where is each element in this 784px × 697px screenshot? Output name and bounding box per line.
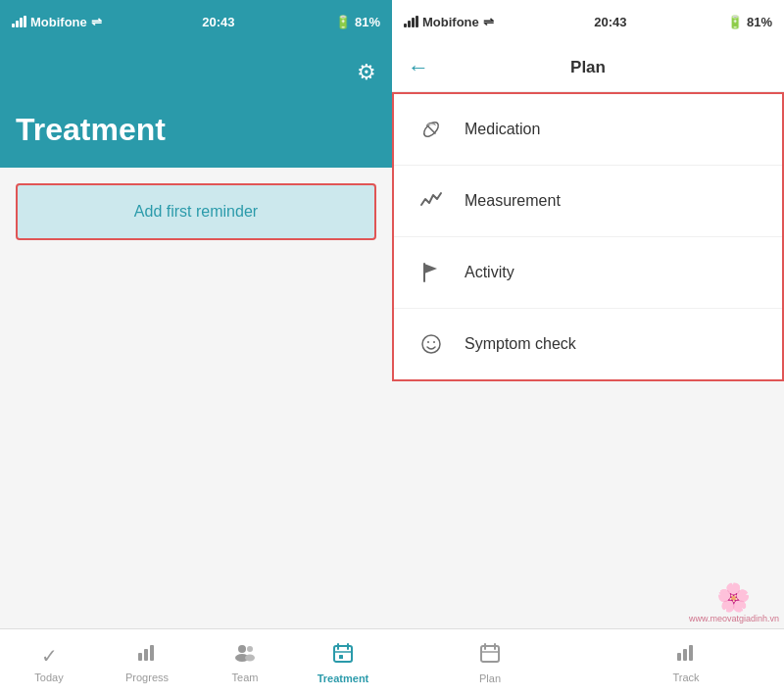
right-bottom-nav: Plan Track <box>392 628 784 697</box>
team-icon <box>234 643 256 668</box>
plan-label: Plan <box>479 672 501 684</box>
today-label: Today <box>34 672 63 683</box>
left-battery: 81% <box>355 15 380 29</box>
svg-rect-24 <box>689 645 693 661</box>
back-button[interactable]: ← <box>408 55 429 80</box>
plan-item-activity[interactable]: Activity <box>394 237 782 309</box>
signal-icon <box>12 16 26 27</box>
watermark: 🌸 www.meovatgiadinh.vn <box>689 581 779 623</box>
nav-today[interactable]: ✓ Today <box>0 644 98 683</box>
nav-progress[interactable]: Progress <box>98 643 196 683</box>
nav-plan[interactable]: Plan <box>392 642 588 684</box>
left-title: Treatment <box>16 112 166 147</box>
svg-rect-2 <box>150 645 154 661</box>
right-battery: 81% <box>747 15 772 29</box>
treatment-label: Treatment <box>318 672 369 684</box>
plan-header-title: Plan <box>570 58 606 77</box>
measurement-icon <box>414 183 449 219</box>
smiley-icon <box>414 326 449 362</box>
svg-rect-11 <box>339 655 343 659</box>
team-label: Team <box>232 672 259 683</box>
progress-icon <box>137 643 157 668</box>
watermark-flower-icon: 🌸 <box>716 581 751 614</box>
left-content: Add first reminder <box>0 168 392 697</box>
svg-rect-0 <box>138 653 142 661</box>
left-time: 20:43 <box>202 15 234 29</box>
svg-line-13 <box>427 125 436 134</box>
left-title-section: Treatment <box>0 102 392 168</box>
right-plan-icon <box>479 642 501 669</box>
svg-rect-18 <box>481 646 499 662</box>
left-wifi-icon: ⇌ <box>91 15 102 29</box>
measurement-label: Measurement <box>465 192 561 210</box>
svg-point-3 <box>238 645 246 653</box>
plan-item-measurement[interactable]: Measurement <box>394 166 782 237</box>
capsule-icon <box>414 112 449 147</box>
watermark-url: www.meovatgiadinh.vn <box>689 614 779 623</box>
right-status-right: 🔋 81% <box>727 15 772 29</box>
svg-point-15 <box>422 335 440 353</box>
plan-item-symptom-check[interactable]: Symptom check <box>394 309 782 379</box>
svg-rect-1 <box>144 649 148 661</box>
plan-item-medication[interactable]: Medication <box>394 94 782 166</box>
svg-rect-23 <box>683 649 687 661</box>
right-header: ← Plan <box>392 43 784 92</box>
left-battery-icon: 🔋 <box>335 15 351 29</box>
left-panel: Mobifone ⇌ 20:43 🔋 81% ⚙ Treatment Add f… <box>0 0 392 697</box>
left-carrier: Mobifone <box>30 15 87 29</box>
left-status-bar: Mobifone ⇌ 20:43 🔋 81% <box>0 0 392 43</box>
right-status-left: Mobifone ⇌ <box>404 15 494 29</box>
track-icon <box>676 643 696 668</box>
treatment-icon <box>332 642 354 669</box>
svg-point-4 <box>247 646 253 652</box>
left-status-right: 🔋 81% <box>335 15 380 29</box>
svg-point-6 <box>245 655 255 662</box>
svg-point-17 <box>433 341 435 343</box>
add-reminder-button[interactable]: Add first reminder <box>16 183 376 240</box>
right-status-bar: Mobifone ⇌ 20:43 🔋 81% <box>392 0 784 43</box>
track-label: Track <box>672 672 699 683</box>
nav-treatment[interactable]: Treatment <box>294 642 392 684</box>
activity-label: Activity <box>465 264 514 281</box>
nav-team[interactable]: Team <box>196 643 294 683</box>
left-header: ⚙ <box>0 43 392 102</box>
right-signal-icon <box>404 16 418 27</box>
left-status-left: Mobifone ⇌ <box>12 15 102 29</box>
right-wifi-icon: ⇌ <box>483 15 494 29</box>
left-bottom-nav: ✓ Today Progress Team <box>0 628 392 697</box>
right-battery-icon: 🔋 <box>727 15 743 29</box>
right-panel: Mobifone ⇌ 20:43 🔋 81% ← Plan Medication <box>392 0 784 697</box>
progress-label: Progress <box>125 672 169 683</box>
right-carrier: Mobifone <box>422 15 479 29</box>
svg-rect-7 <box>334 646 352 662</box>
right-time: 20:43 <box>594 15 626 29</box>
svg-rect-22 <box>677 653 681 661</box>
nav-track[interactable]: Track <box>588 643 784 683</box>
flag-icon <box>414 255 449 290</box>
svg-point-16 <box>427 341 429 343</box>
plan-dropdown: Medication Measurement Activity <box>392 92 784 381</box>
today-icon: ✓ <box>41 644 58 668</box>
medication-label: Medication <box>465 121 540 138</box>
gear-icon[interactable]: ⚙ <box>357 60 376 85</box>
symptom-check-label: Symptom check <box>465 335 576 353</box>
